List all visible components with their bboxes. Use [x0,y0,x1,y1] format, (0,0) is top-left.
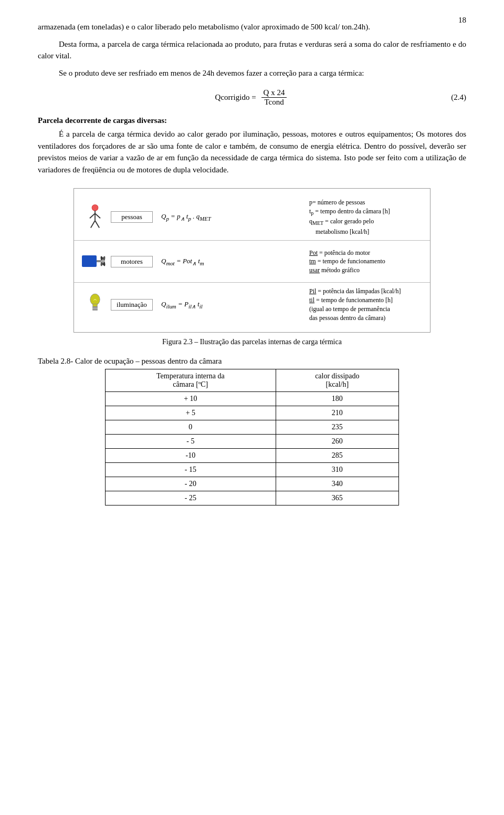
figure-icon-motores [79,251,111,272]
formula-denominator: Tcond [262,98,286,107]
table-cell-heat: 285 [276,448,398,462]
svg-line-4 [95,213,100,218]
table-cell-temp: -10 [106,448,276,462]
table-cell-temp: - 25 [106,491,276,505]
table-row: 0235 [106,420,399,434]
figure-desc-iluminacao: Pil = potência das lâmpadas [kcal/h] til… [309,287,425,322]
figure-formula-iluminacao: Qilum = Pil∧ til [161,300,309,310]
table-cell-temp: - 20 [106,477,276,491]
formula-fraction: Q x 24 Tcond [261,88,287,107]
figure-row-motores: motores Qmot = Pot∧ tm Pot = potência do… [74,241,430,283]
table-col2-header: calor dissipado[kcal/h] [276,369,398,391]
table-cell-heat: 210 [276,406,398,420]
table-title: Tabela 2.8- Calor de ocupação – pessoas … [38,357,466,366]
figure-row-pessoas: pessoas Qp = p∧ tp . qMET p= número de p… [74,194,430,241]
table-cell-temp: - 15 [106,462,276,477]
table-cell-heat: 365 [276,491,398,505]
table-cell-heat: 340 [276,477,398,491]
formula-equation-number: (2.4) [451,93,466,102]
figure-label-iluminacao: iluminação [111,299,153,311]
paragraph-4: É a parcela de carga térmica devido ao c… [38,128,466,176]
table-cell-heat: 260 [276,434,398,448]
formula-block: Qcorrigido = Q x 24 Tcond (2.4) [38,88,466,107]
svg-line-3 [90,213,95,218]
table-row: -10285 [106,448,399,462]
figure-desc-motores: Pot = potência do motor tm = tempo de fu… [309,249,425,275]
paragraph-2: Desta forma, a parcela de carga térmica … [38,38,466,62]
figure-row-iluminacao: iluminação Qilum = Pil∧ til Pil = potênc… [74,283,430,326]
figure-formula-motores: Qmot = Pot∧ tm [161,257,309,267]
svg-line-5 [91,221,95,228]
table-row: - 5260 [106,434,399,448]
page-number: 18 [458,16,466,25]
svg-rect-15 [92,308,98,310]
formula-numerator: Q x 24 [261,88,287,98]
svg-rect-7 [82,255,97,267]
svg-point-1 [92,205,98,210]
svg-point-11 [101,260,104,263]
svg-rect-13 [93,304,97,306]
svg-rect-8 [97,260,101,262]
figure-icon-pessoas [79,204,111,230]
table-row: - 25365 [106,491,399,505]
figure-formula-pessoas: Qp = p∧ tp . qMET [161,212,309,222]
paragraph-3: Se o produto deve ser resfriado em menos… [38,67,466,79]
data-table: Temperatura interna dacâmara [ºC] calor … [105,369,399,505]
table-cell-heat: 310 [276,462,398,477]
figure-label-motores: motores [111,256,153,267]
svg-line-6 [95,221,99,228]
figure-icon-iluminacao [79,292,111,318]
table-cell-temp: + 5 [106,406,276,420]
table-row: - 15310 [106,462,399,477]
figure-container: pessoas Qp = p∧ tp . qMET p= número de p… [74,188,430,333]
table-row: + 5210 [106,406,399,420]
svg-rect-16 [92,309,98,311]
formula-left-label: Qcorrigido = [215,93,256,102]
svg-rect-14 [92,306,98,308]
table-cell-temp: - 5 [106,434,276,448]
table-cell-heat: 235 [276,420,398,434]
table-row: + 10180 [106,391,399,406]
figure-label-pessoas: pessoas [111,211,153,223]
figure-desc-pessoas: p= número de pessoas tp = tempo dentro d… [309,198,425,236]
table-cell-temp: 0 [106,420,276,434]
figure-caption: Figura 2.3 – Ilustração das parcelas int… [38,338,466,346]
table-cell-heat: 180 [276,391,398,406]
section-title: Parcela decorrente de cargas diversas: [38,116,466,125]
table-row: - 20340 [106,477,399,491]
paragraph-1: armazenada (em toneladas) e o calor libe… [38,21,466,33]
table-col1-header: Temperatura interna dacâmara [ºC] [106,369,276,391]
table-cell-temp: + 10 [106,391,276,406]
